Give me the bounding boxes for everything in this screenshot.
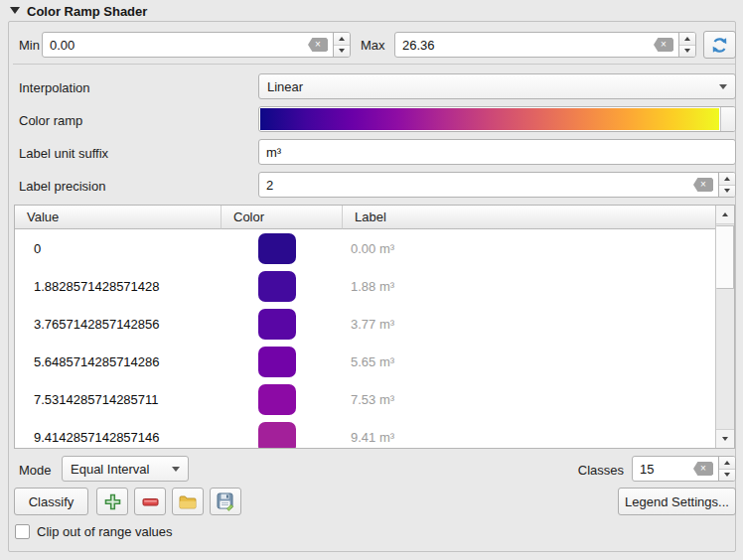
- row-value[interactable]: 0: [15, 241, 222, 256]
- row-value[interactable]: 5.6485714285714286: [15, 354, 222, 369]
- color-ramp-gradient[interactable]: [260, 108, 719, 130]
- refresh-minmax-button[interactable]: [703, 31, 736, 59]
- row-color-cell[interactable]: [222, 347, 343, 377]
- scroll-up-icon: [722, 212, 728, 216]
- legend-settings-button-label: Legend Settings...: [625, 494, 729, 509]
- row-color-cell[interactable]: [222, 233, 343, 264]
- color-ramp-button[interactable]: [258, 106, 736, 132]
- spin-down-icon: [724, 189, 730, 193]
- max-spinbox[interactable]: 26.36 ×: [394, 32, 696, 58]
- clear-icon[interactable]: ×: [654, 38, 673, 52]
- legend-settings-button[interactable]: Legend Settings...: [618, 488, 736, 515]
- row-value[interactable]: 7.5314285714285711: [15, 392, 222, 407]
- row-value[interactable]: 1.8828571428571428: [15, 279, 222, 294]
- row-color-cell[interactable]: [222, 422, 343, 449]
- column-header-label[interactable]: Label: [343, 206, 734, 229]
- row-color-cell[interactable]: [222, 384, 343, 415]
- refresh-icon: [711, 37, 728, 54]
- row-color-swatch[interactable]: [258, 347, 296, 377]
- column-header-value[interactable]: Value: [15, 206, 222, 229]
- label-precision-value[interactable]: 2: [259, 178, 693, 193]
- collapse-triangle-icon[interactable]: [10, 7, 20, 14]
- label-unit-suffix-input[interactable]: m³: [258, 139, 736, 165]
- interpolation-value: Linear: [267, 79, 303, 94]
- row-label[interactable]: 1.88 m³: [343, 279, 715, 294]
- label-precision-spinbox[interactable]: 2 ×: [258, 172, 736, 198]
- table-row[interactable]: 5.6485714285714286 5.65 m³: [15, 343, 715, 380]
- clip-out-of-range-label[interactable]: Clip out of range values: [37, 524, 173, 539]
- folder-icon: [179, 494, 197, 509]
- color-ramp-dropdown[interactable]: [720, 107, 735, 131]
- classes-table: Value Color Label 0 0.00 m³ 1.8828571428…: [14, 205, 735, 449]
- table-row[interactable]: 0 0.00 m³: [15, 229, 715, 267]
- table-row[interactable]: 9.4142857142857146 9.41 m³: [15, 418, 715, 448]
- table-row[interactable]: 1.8828571428571428 1.88 m³: [15, 267, 715, 305]
- row-color-swatch[interactable]: [258, 309, 296, 340]
- scrollbar-thumb[interactable]: [716, 225, 734, 289]
- max-spin-up-button[interactable]: [679, 33, 695, 46]
- panel-title[interactable]: Color Ramp Shader: [27, 4, 147, 19]
- label-unit-suffix-value[interactable]: m³: [259, 145, 735, 160]
- spin-down-icon: [684, 49, 690, 53]
- classes-spinbox[interactable]: 15 ×: [632, 456, 736, 482]
- interpolation-combobox[interactable]: Linear: [258, 73, 736, 99]
- min-spinbox[interactable]: 0.00 ×: [42, 32, 351, 58]
- plus-icon: [104, 493, 121, 510]
- precision-spin-up-button[interactable]: [719, 173, 735, 186]
- max-label: Max: [361, 38, 385, 53]
- save-icon: [217, 492, 234, 511]
- save-color-map-button[interactable]: [210, 488, 241, 515]
- column-header-color[interactable]: Color: [222, 206, 343, 229]
- add-value-button[interactable]: [96, 488, 128, 515]
- remove-value-button[interactable]: [134, 488, 166, 515]
- row-value[interactable]: 3.7657142857142856: [15, 317, 222, 332]
- mode-value: Equal Interval: [71, 462, 150, 477]
- min-spin-down-button[interactable]: [334, 46, 350, 58]
- row-label[interactable]: 3.77 m³: [343, 317, 715, 332]
- clear-icon[interactable]: ×: [693, 178, 713, 192]
- row-label[interactable]: 9.41 m³: [343, 430, 715, 445]
- clear-icon[interactable]: ×: [308, 38, 328, 52]
- classify-button[interactable]: Classify: [14, 488, 88, 515]
- row-color-swatch[interactable]: [258, 233, 296, 264]
- table-row[interactable]: 7.5314285714285711 7.53 m³: [15, 380, 715, 418]
- scroll-down-icon: [722, 437, 728, 441]
- min-value[interactable]: 0.00: [43, 38, 308, 53]
- row-label[interactable]: 0.00 m³: [343, 241, 715, 256]
- interpolation-label: Interpolation: [19, 80, 90, 95]
- classes-value[interactable]: 15: [633, 462, 693, 477]
- clip-out-of-range-checkbox[interactable]: [15, 524, 30, 539]
- classes-spin-up-button[interactable]: [719, 457, 735, 470]
- row-color-swatch[interactable]: [258, 422, 296, 449]
- row-color-swatch[interactable]: [258, 384, 296, 415]
- row-label[interactable]: 7.53 m³: [343, 392, 715, 407]
- label-precision-label: Label precision: [19, 179, 105, 194]
- chevron-down-icon: [719, 84, 727, 89]
- clear-icon[interactable]: ×: [693, 462, 713, 476]
- classes-spin-down-button[interactable]: [719, 470, 735, 482]
- row-label[interactable]: 5.65 m³: [343, 354, 715, 369]
- min-spin-up-button[interactable]: [334, 33, 350, 46]
- table-header: Value Color Label: [15, 206, 734, 229]
- precision-spin-down-button[interactable]: [719, 186, 735, 198]
- row-value[interactable]: 9.4142857142857146: [15, 430, 222, 445]
- scroll-up-button[interactable]: [716, 206, 734, 224]
- scroll-down-button[interactable]: [716, 429, 734, 448]
- color-ramp-label: Color ramp: [19, 113, 82, 128]
- color-ramp-shader-panel: Color Ramp Shader Min 0.00 × Max 26.36 ×: [0, 0, 743, 560]
- label-unit-suffix-label: Label unit suffix: [19, 146, 108, 161]
- classes-label: Classes: [556, 463, 624, 478]
- value-table-body: 0 0.00 m³ 1.8828571428571428 1.88 m³ 3.7…: [15, 229, 715, 448]
- mode-combobox[interactable]: Equal Interval: [62, 456, 189, 482]
- row-color-cell[interactable]: [222, 271, 343, 302]
- row-color-swatch[interactable]: [258, 271, 296, 302]
- table-scrollbar[interactable]: [715, 206, 734, 448]
- max-spin-down-button[interactable]: [679, 46, 695, 58]
- spin-down-icon: [724, 473, 730, 477]
- max-value[interactable]: 26.36: [395, 38, 654, 53]
- load-color-map-button[interactable]: [172, 488, 204, 515]
- table-row[interactable]: 3.7657142857142856 3.77 m³: [15, 305, 715, 343]
- row-color-cell[interactable]: [222, 309, 343, 340]
- mode-label: Mode: [19, 463, 52, 478]
- chevron-down-icon: [172, 467, 180, 472]
